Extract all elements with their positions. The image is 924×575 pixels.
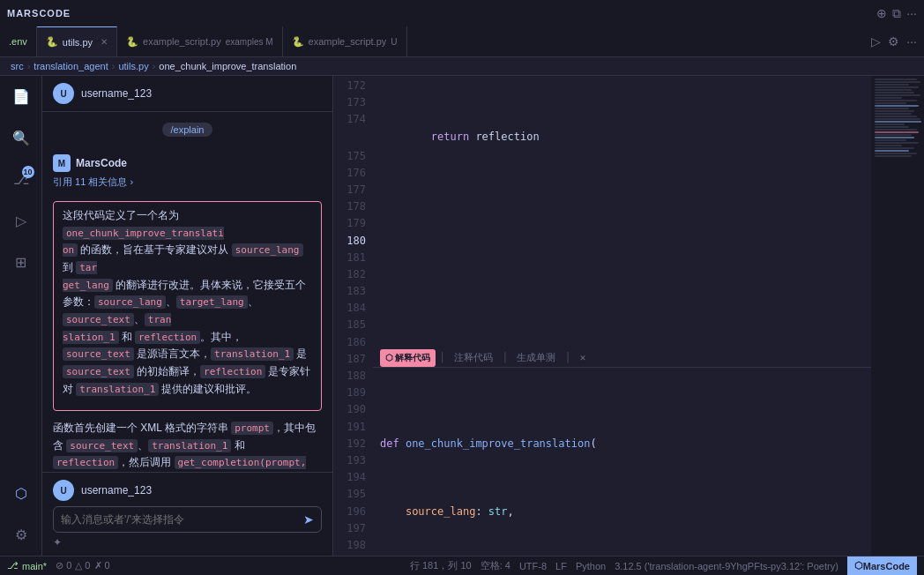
tab-utils-close[interactable]: ✕ bbox=[101, 37, 108, 47]
chat-header: U username_123 bbox=[42, 76, 332, 112]
code-source-text: source_text bbox=[63, 313, 134, 326]
ln-186: 186 bbox=[340, 334, 366, 351]
code-reflection: reflection bbox=[135, 331, 200, 344]
status-errors: ⊘ 0 △ 0 ✗ 0 bbox=[56, 560, 110, 571]
highlight-box: 这段代码定义了一个名为 one_chunk_improve_translatio… bbox=[53, 201, 322, 411]
tab-utils[interactable]: 🐍 utils.py ✕ bbox=[37, 26, 117, 57]
chat-input-wrap[interactable]: ➤ bbox=[53, 506, 322, 533]
comment-code-btn[interactable]: 注释代码 bbox=[449, 348, 498, 368]
tab-example1-badge: examples M bbox=[226, 37, 273, 47]
mars-title: MarsCode bbox=[76, 157, 127, 169]
main-area: 📄 🔍 ⎇ 10 ▷ ⊞ ⬡ ⚙ U username_123 /explain… bbox=[0, 76, 924, 556]
code-refl3: reflection bbox=[53, 456, 118, 469]
statusbar: ⎇ main* ⊘ 0 △ 0 ✗ 0 行 181，列 10 空格: 4 UTF… bbox=[0, 556, 924, 575]
mars-status-icon: ⬡ bbox=[854, 560, 863, 571]
code-lines[interactable]: return reflection ⬡ 解释代码 | 注释代码 bbox=[373, 76, 871, 556]
status-eol: LF bbox=[555, 561, 567, 571]
ln-176: 176 bbox=[340, 165, 366, 182]
ln-173: 173 bbox=[340, 94, 366, 111]
footer-avatar: U bbox=[53, 480, 74, 501]
tab-env[interactable]: .env bbox=[0, 26, 37, 57]
new-file-icon[interactable]: ⊕ bbox=[876, 6, 887, 21]
status-line-col: 行 181，列 10 bbox=[410, 559, 472, 572]
activity-search[interactable]: 🔍 bbox=[7, 124, 35, 152]
status-language: Python bbox=[576, 561, 606, 571]
ln-177: 177 bbox=[340, 182, 366, 198]
mars-logo: M bbox=[53, 154, 71, 172]
code-translation-1b: translation_1 bbox=[76, 383, 159, 396]
minimap-content bbox=[871, 76, 924, 556]
action-sep2: | bbox=[502, 349, 508, 366]
activity-explorer[interactable]: 📄 bbox=[7, 83, 35, 110]
run-icon[interactable]: ▷ bbox=[871, 34, 881, 49]
app-title: MARSCODE bbox=[7, 8, 71, 19]
line-numbers: 172 173 174 175 176 177 178 179 180 181 … bbox=[333, 76, 373, 556]
ln-195: 195 bbox=[340, 486, 366, 503]
code-line-174 bbox=[373, 264, 871, 280]
code-t1b: translation_1 bbox=[148, 439, 231, 452]
status-spaces: 空格: 4 bbox=[481, 559, 510, 572]
chat-footer-user: U username_123 bbox=[53, 480, 322, 501]
tab-utils-icon: 🐍 bbox=[46, 36, 58, 48]
ln-191: 191 bbox=[340, 419, 366, 436]
breadcrumb-agent[interactable]: translation_agent bbox=[34, 61, 108, 71]
code-line-172: return reflection bbox=[373, 129, 871, 146]
ln-198: 198 bbox=[340, 537, 366, 554]
tab-example2-label: example_script.py bbox=[309, 36, 387, 47]
tab-example1[interactable]: 🐍 example_script.py examples M bbox=[117, 26, 283, 57]
chat-bottom-star: ✦ bbox=[53, 536, 62, 549]
chat-input[interactable] bbox=[61, 513, 303, 526]
action-toolbar: ⬡ 解释代码 | 注释代码 | 生成单测 | ✕ bbox=[373, 348, 871, 368]
activity-extensions[interactable]: ⊞ bbox=[10, 249, 32, 276]
chat-username: username_123 bbox=[81, 87, 152, 100]
explain-code-btn[interactable]: ⬡ 解释代码 bbox=[380, 349, 436, 367]
status-encoding: UTF-8 bbox=[519, 561, 547, 571]
code-target-lang2: target_lang bbox=[176, 295, 248, 309]
mars-code-header: M MarsCode bbox=[42, 147, 332, 175]
status-branch[interactable]: ⎇ main* bbox=[7, 560, 47, 571]
chat-section2: 函数首先创建一个 XML 格式的字符串 prompt，其中包含 source_t… bbox=[53, 420, 322, 472]
ln-187: 187 bbox=[340, 351, 366, 368]
code-source-lang: source_lang bbox=[232, 243, 303, 257]
ln-175: 175 bbox=[340, 148, 366, 165]
code-source-text3: source_text bbox=[63, 365, 134, 378]
code-container[interactable]: 172 173 174 175 176 177 178 179 180 181 … bbox=[333, 76, 924, 556]
editor-area: 172 173 174 175 176 177 178 179 180 181 … bbox=[333, 76, 924, 556]
tab-example1-label: example_script.py bbox=[143, 36, 221, 47]
code-source-lang2: source_lang bbox=[94, 295, 166, 309]
split-icon[interactable]: ⧉ bbox=[892, 6, 901, 21]
tab-example2-icon: 🐍 bbox=[292, 36, 304, 48]
refs-link[interactable]: 引用 11 相关信息 › bbox=[42, 175, 332, 194]
branch-icon: ⎇ bbox=[7, 560, 19, 571]
code-line-176: source_lang: str, bbox=[373, 504, 871, 520]
gen-test-btn[interactable]: 生成单测 bbox=[511, 348, 561, 368]
ln-188: 188 bbox=[340, 368, 366, 385]
more-icon[interactable]: ··· bbox=[906, 6, 917, 21]
mars-status-label: MarsCode bbox=[863, 561, 910, 571]
ln-181: 181 bbox=[340, 250, 366, 266]
btn-icon: ⬡ bbox=[385, 351, 393, 365]
ln-182: 182 bbox=[340, 266, 366, 283]
breadcrumb-sep2: › bbox=[112, 61, 116, 71]
debug-icon[interactable]: ⚙ bbox=[888, 34, 899, 49]
chat-send-icon[interactable]: ➤ bbox=[303, 512, 314, 526]
activity-run[interactable]: ▷ bbox=[11, 207, 32, 235]
tab-example1-icon: 🐍 bbox=[126, 36, 138, 48]
more-editor-icon[interactable]: ··· bbox=[906, 34, 917, 49]
activity-mars[interactable]: ⬡ bbox=[10, 480, 33, 507]
activity-source-control[interactable]: ⎇ 10 bbox=[8, 166, 34, 193]
status-right: 行 181，列 10 空格: 4 UTF-8 LF Python 3.12.5 … bbox=[410, 556, 917, 576]
tab-example2[interactable]: 🐍 example_script.py U bbox=[283, 26, 407, 57]
ln-193: 193 bbox=[340, 452, 366, 469]
close-toolbar-btn[interactable]: ✕ bbox=[575, 348, 592, 368]
activity-settings[interactable]: ⚙ bbox=[10, 521, 33, 549]
breadcrumb-utils[interactable]: utils.py bbox=[118, 61, 148, 71]
breadcrumb-src[interactable]: src bbox=[11, 61, 24, 71]
ln-196: 196 bbox=[340, 504, 366, 520]
ln-178: 178 bbox=[340, 198, 366, 215]
explain-badge: /explain bbox=[162, 123, 213, 137]
branch-name: main* bbox=[22, 561, 47, 571]
explain-code-label: 解释代码 bbox=[395, 351, 430, 365]
error-count: ⊘ 0 bbox=[56, 560, 71, 571]
chat-user: U username_123 bbox=[53, 83, 152, 104]
